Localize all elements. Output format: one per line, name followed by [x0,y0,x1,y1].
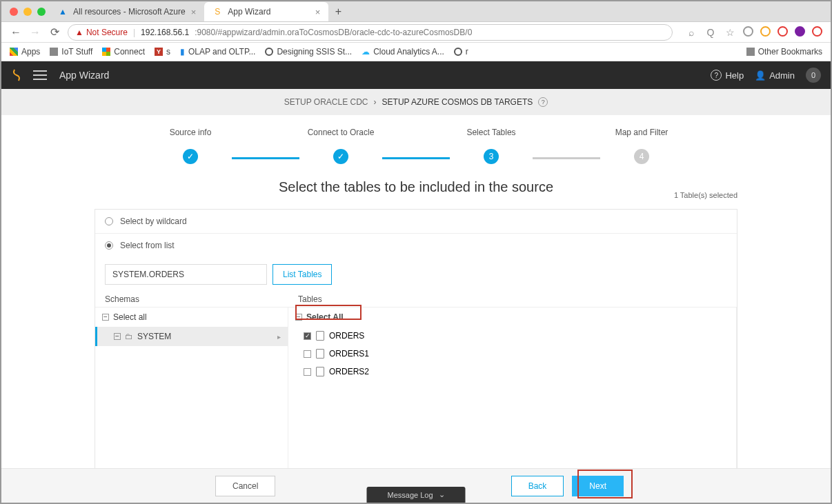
step-connector [232,157,299,159]
help-icon: ? [711,70,722,81]
step-connect-oracle[interactable]: Connect to Oracle ✓ [299,128,382,164]
bm-connect[interactable]: Connect [102,47,145,57]
user-icon: 👤 [755,70,766,81]
chevron-down-icon: ⌄ [439,490,445,499]
checkbox-icon[interactable] [304,350,311,358]
window-maximize[interactable] [37,8,46,16]
reload-icon[interactable]: ⟳ [48,26,61,39]
progress-stepper: Source info ✓ Connect to Oracle ✓ Select… [1,115,831,164]
url-path: :9080/#appwizard/admin.oraToCosmosDB/ora… [195,28,472,37]
checkbox-icon[interactable] [304,368,311,376]
browser-tabs: ▲ All resources - Microsoft Azure × S Ap… [1,1,831,22]
table-orders1[interactable]: ORDERS1 [288,345,736,363]
bm-other[interactable]: Other Bookmarks [746,47,822,57]
chevron-right-icon: ▸ [277,333,281,341]
key-icon[interactable]: ⌕ [685,26,697,39]
breadcrumb: SETUP ORACLE CDC › SETUP AZURE COSMOS DB… [1,89,831,115]
annotation-highlight [295,305,361,320]
ext-icon-1[interactable] [743,26,753,37]
bm-r[interactable]: r [454,47,468,57]
app-top-bar: App Wizard ?Help 👤Admin 0 [1,61,831,89]
url-bar: ← → ⟳ ▲ Not Secure | 192.168.56.1:9080/#… [1,22,831,43]
tab-label: App Wizard [228,7,270,17]
ext-icon-2[interactable] [760,26,771,37]
forward-icon[interactable]: → [29,26,41,39]
check-icon: ✓ [333,149,348,164]
list-tables-button[interactable]: List Tables [273,264,332,285]
tab-app-wizard[interactable]: S App Wizard × [204,2,328,21]
folder-icon: 🗀 [125,332,133,341]
globe-icon [454,48,462,56]
star-icon[interactable]: ☆ [724,26,736,39]
radio-icon [105,241,113,250]
help-icon[interactable]: ? [538,97,548,107]
schema-system[interactable]: − 🗀 SYSTEM ▸ [95,327,288,346]
globe-icon [265,48,273,56]
table-orders[interactable]: ✓ ORDERS [288,327,736,345]
folder-icon [746,48,755,56]
collapse-icon: − [102,314,109,321]
ext-icon-4[interactable] [812,26,822,37]
bm-iot[interactable]: IoT Stuff [50,47,92,57]
checkbox-icon[interactable]: ✓ [304,332,311,340]
striim-logo-icon [11,68,25,82]
zoom-icon[interactable]: Q [704,26,717,39]
not-secure-badge: ▲ Not Secure [75,28,128,37]
table-selection-panel: Select by wildcard Select from list List… [95,209,737,502]
step-connector [382,157,450,159]
new-tab-button[interactable]: + [328,2,348,21]
collapse-icon: − [114,333,121,340]
notification-badge[interactable]: 0 [806,68,821,83]
crumb-step-2: SETUP AZURE COSMOS DB TARGETS [382,97,533,107]
chevron-icon: › [374,97,377,107]
cancel-button[interactable]: Cancel [215,476,275,496]
radio-icon [105,217,113,225]
step-source-info[interactable]: Source info ✓ [149,128,232,164]
cloud-icon: ☁ [361,47,370,57]
admin-button[interactable]: 👤Admin [755,70,795,81]
menu-icon[interactable] [33,70,47,80]
back-button[interactable]: Back [511,476,564,496]
folder-icon [50,48,58,56]
table-orders2[interactable]: ORDERS2 [288,363,736,381]
striim-icon: S [212,7,222,17]
apps-icon [10,48,18,56]
app-title: App Wizard [59,70,109,81]
select-all-schemas[interactable]: − Select all [95,308,288,327]
window-close[interactable] [10,8,18,16]
back-icon[interactable]: ← [10,26,22,39]
table-icon [316,367,324,376]
tab-azure[interactable]: ▲ All resources - Microsoft Azure × [50,2,204,21]
url-input[interactable]: ▲ Not Secure | 192.168.56.1:9080/#appwiz… [68,24,673,41]
wildcard-option[interactable]: Select by wildcard [95,210,737,234]
ms-icon [102,48,110,56]
table-icon [316,349,324,359]
bm-s[interactable]: Ys [155,47,170,57]
message-log-toggle[interactable]: Message Log ⌄ [366,487,465,503]
table-pattern-input[interactable] [105,264,267,285]
profile-icon[interactable] [795,26,805,37]
main-content: Source info ✓ Connect to Oracle ✓ Select… [1,115,831,475]
from-list-option[interactable]: Select from list [95,234,737,257]
close-icon[interactable]: × [315,7,321,17]
bm-ssis[interactable]: Designing SSIS St... [265,47,352,57]
azure-icon: ▲ [58,7,68,17]
tables-header: Tables [298,294,727,304]
bookmarks-bar: Apps IoT Stuff Connect Ys ▮OLAP and OLTP… [1,43,831,61]
help-button[interactable]: ?Help [711,70,744,81]
crumb-step-1[interactable]: SETUP ORACLE CDC [284,97,368,107]
table-icon [316,331,324,341]
step-select-tables[interactable]: Select Tables 3 [450,128,533,164]
ext-icon-3[interactable] [777,26,788,37]
check-icon: ✓ [183,149,198,164]
bm-cloud[interactable]: ☁Cloud Analytics A... [361,47,444,57]
y-icon: Y [155,48,163,56]
step-map-filter[interactable]: Map and Filter 4 [600,128,683,164]
selection-count: 1 Table(s) selected [674,191,737,199]
url-host: 192.168.56.1 [141,28,189,37]
window-minimize[interactable] [23,8,32,16]
close-icon[interactable]: × [191,7,197,17]
bm-olap[interactable]: ▮OLAP and OLTP... [180,47,255,57]
annotation-highlight [577,470,633,498]
bm-apps[interactable]: Apps [10,47,40,57]
